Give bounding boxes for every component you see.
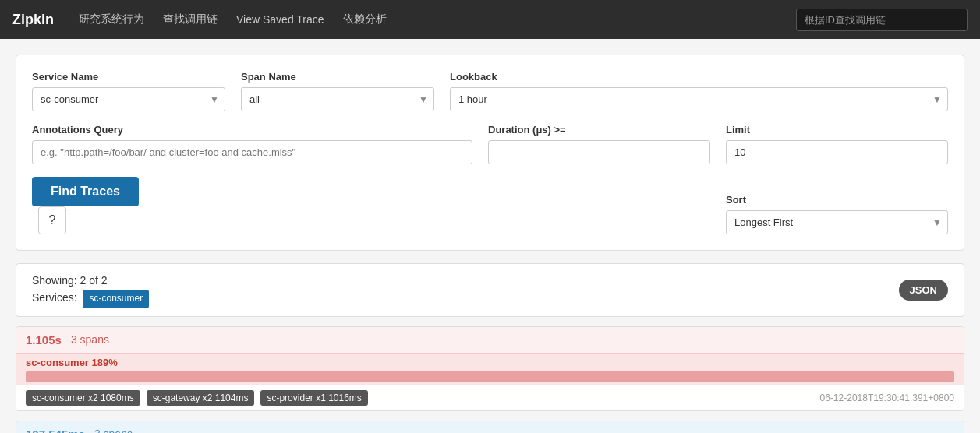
help-button[interactable]: ? — [38, 206, 66, 234]
span-name-group: Span Name all ▼ — [241, 71, 434, 111]
nav-saved-trace[interactable]: View Saved Trace — [236, 10, 324, 29]
brand: Zipkin — [12, 12, 54, 28]
main-content: Service Name sc-consumer ▼ Span Name all… — [0, 39, 980, 433]
trace-timestamp: 06-12-2018T19:30:41.391+0800 — [820, 393, 954, 403]
lookback-label: Lookback — [450, 71, 948, 83]
trace-tag: sc-gateway x2 1104ms — [147, 390, 255, 406]
trace-spans: 3 spans — [71, 333, 109, 346]
span-name-select[interactable]: all — [241, 87, 434, 111]
trace-percentage: 189% — [92, 357, 118, 368]
limit-label: Limit — [726, 124, 948, 136]
trace-item[interactable]: 1.105s 3 spans sc-consumer 189% sc-consu… — [16, 326, 964, 411]
duration-group: Duration (μs) >= — [488, 124, 710, 164]
services-line: Services: sc-consumer — [32, 289, 149, 308]
trace-service-name: sc-consumer — [26, 357, 89, 368]
nav-study[interactable]: 研究系统行为 — [79, 9, 144, 30]
trace-id-search — [796, 9, 968, 31]
trace-spans: 3 spans — [94, 428, 133, 433]
results-text: Showing: 2 of 2 Services: sc-consumer — [32, 272, 149, 308]
find-traces-button[interactable]: Find Traces — [32, 177, 139, 206]
trace-tag: sc-consumer x2 1080ms — [26, 390, 140, 406]
annotations-group: Annotations Query — [32, 124, 472, 164]
annotations-input[interactable] — [32, 140, 472, 164]
annotations-label: Annotations Query — [32, 124, 472, 136]
trace-bar-red — [26, 371, 954, 382]
search-form: Service Name sc-consumer ▼ Span Name all… — [16, 55, 964, 251]
service-name-group: Service Name sc-consumer ▼ — [32, 71, 225, 111]
trace-tags: sc-consumer x2 1080ms sc-gateway x2 1104… — [16, 385, 964, 410]
services-label: Services: — [32, 291, 77, 304]
service-badge: sc-consumer — [83, 290, 149, 308]
limit-input[interactable] — [726, 140, 948, 164]
sort-select[interactable]: Longest First Shortest First Newest Firs… — [726, 210, 948, 234]
duration-input[interactable] — [488, 140, 710, 164]
trace-item[interactable]: 107.545ms 3 spans sc-consumer 92% sc-con… — [16, 421, 964, 433]
trace-duration: 1.105s — [26, 333, 62, 347]
service-name-label: Service Name — [32, 71, 225, 83]
sort-label: Sort — [726, 194, 948, 206]
lookback-group: Lookback 1 hour 2 hours 6 hours 12 hours… — [450, 71, 948, 111]
span-name-label: Span Name — [241, 71, 434, 83]
service-name-select[interactable]: sc-consumer — [32, 87, 225, 111]
lookback-select[interactable]: 1 hour 2 hours 6 hours 12 hours 1 day — [450, 87, 948, 111]
json-button[interactable]: JSON — [899, 280, 948, 301]
limit-group: Limit — [726, 124, 948, 164]
trace-duration: 107.545ms — [26, 428, 85, 433]
showing-count: Showing: 2 of 2 — [32, 272, 149, 289]
navbar: Zipkin 研究系统行为 查找调用链 View Saved Trace 依赖分… — [0, 0, 980, 39]
results-summary: Showing: 2 of 2 Services: sc-consumer JS… — [16, 263, 964, 317]
trace-tag: sc-provider x1 1016ms — [260, 390, 367, 406]
actions-group: Find Traces ? — [32, 177, 139, 234]
duration-label: Duration (μs) >= — [488, 124, 710, 136]
nav-dependencies[interactable]: 依赖分析 — [343, 9, 387, 30]
nav-find-traces[interactable]: 查找调用链 — [163, 9, 218, 30]
trace-id-input[interactable] — [796, 9, 968, 31]
sort-group: Sort Longest First Shortest First Newest… — [726, 194, 948, 234]
